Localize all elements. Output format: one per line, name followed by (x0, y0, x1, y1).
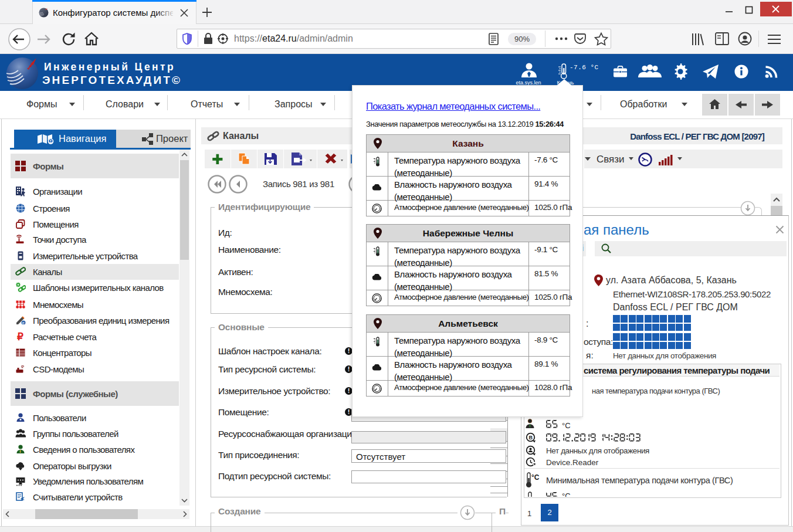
svg-text:e: e (22, 321, 25, 325)
svg-text:i: i (19, 449, 21, 454)
svg-text:₽: ₽ (17, 331, 23, 342)
svg-text:°C: °C (531, 473, 540, 482)
svg-text:B: B (529, 435, 533, 440)
